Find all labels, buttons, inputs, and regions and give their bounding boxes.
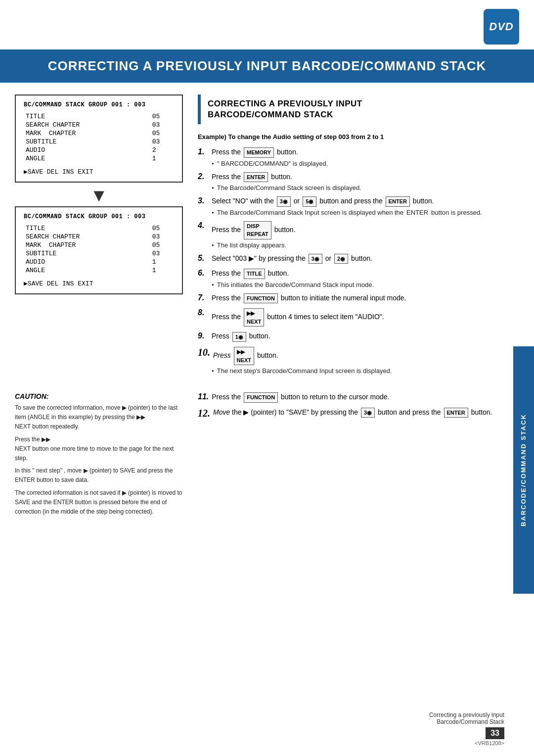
caution-para-2: Press the ▶▶NEXT button one more time to… bbox=[15, 435, 183, 464]
table-row: MARK CHAPTER 05 bbox=[24, 129, 174, 138]
table-row: SUBTITLE 03 bbox=[24, 138, 174, 146]
btn-2-down: 2◉ bbox=[334, 254, 348, 264]
caution-para-1: To save the corrected information, move … bbox=[15, 403, 183, 432]
table-row: TITLE 05 bbox=[24, 224, 174, 233]
step-3: 3. Select "NO" with the 3◉ or 5◉ button … bbox=[198, 196, 519, 216]
step-4-main: 4. Press the DISPREPEAT button. bbox=[198, 221, 519, 239]
step-8-num: 8. bbox=[198, 308, 209, 317]
step-12-main: 12. Move the ▶ (pointer) to "SAVE" by pr… bbox=[198, 408, 519, 419]
step-9-num: 9. bbox=[198, 331, 209, 340]
table-row: AUDIO 2 bbox=[24, 146, 174, 154]
table-row: SUBTITLE 03 bbox=[24, 249, 174, 258]
section-title: CORRECTING A PREVIOUSLY INPUT BARCODE/CO… bbox=[208, 98, 512, 120]
screen-box-1: BC/COMMAND STACK GROUP 001 : 003 TITLE 0… bbox=[15, 94, 183, 183]
step-9-text: Press 1◉ button. bbox=[212, 331, 519, 342]
step-2-text: Press the ENTER button. bbox=[212, 172, 519, 183]
table-row: ANGLE 1 bbox=[24, 266, 174, 275]
step-3-num: 3. bbox=[198, 196, 209, 205]
step-6-main: 6. Press the TITLE button. bbox=[198, 269, 519, 279]
main-title-bar: CORRECTING A PREVIOUSLY INPUT BARCODE/CO… bbox=[0, 49, 534, 83]
disp-button: DISPREPEAT bbox=[244, 221, 271, 239]
step-7-text: Press the FUNCTION button to initiate th… bbox=[212, 293, 519, 304]
step-2-main: 2. Press the ENTER button. bbox=[198, 172, 519, 183]
step-5-main: 5. Select "003 ▶" by pressing the 3◉ or … bbox=[198, 254, 519, 264]
btn-5-right: 5◉ bbox=[303, 196, 316, 207]
enter-btn-caution2: ENTER bbox=[53, 499, 74, 506]
step-2: 2. Press the ENTER button. The Barcode/C… bbox=[198, 172, 519, 192]
steps-list-bottom: 11. Press the FUNCTION button to return … bbox=[198, 392, 519, 419]
left-column: BC/COMMAND STACK GROUP 001 : 003 TITLE 0… bbox=[15, 94, 183, 379]
step-3-bullet: The Barcode/Command Stack Input screen i… bbox=[212, 209, 519, 216]
step-4: 4. Press the DISPREPEAT button. The list… bbox=[198, 221, 519, 249]
footer: Correcting a previously input Barcode/Co… bbox=[429, 711, 504, 746]
enter-button: ENTER bbox=[244, 172, 268, 183]
step-10: 10. Press ▶▶NEXT button. The next step's… bbox=[198, 347, 519, 375]
dvd-logo-text: DVD bbox=[489, 20, 513, 33]
example-note: Example) To change the Audio setting of … bbox=[198, 133, 519, 141]
function-button-7: FUNCTION bbox=[244, 293, 278, 304]
table-row: MARK CHAPTER 05 bbox=[24, 241, 174, 249]
step-11-text: Press the FUNCTION button to return to t… bbox=[212, 392, 519, 403]
content-area: BC/COMMAND STACK GROUP 001 : 003 TITLE 0… bbox=[0, 83, 534, 379]
step-1-main: 1. Press the MEMORY button. bbox=[198, 147, 519, 158]
table-row: AUDIO 1 bbox=[24, 258, 174, 266]
step-6-num: 6. bbox=[198, 269, 209, 278]
sidebar-vertical-text: BARCODE/COMMAND STACK bbox=[519, 414, 528, 526]
next-button-8: ▶▶NEXT bbox=[244, 308, 264, 327]
step-3-text: Select "NO" with the 3◉ or 5◉ button and… bbox=[212, 196, 519, 207]
caution-para-3: In this " next step" , move ▶ (pointer) … bbox=[15, 466, 183, 485]
step-10-num: 10. bbox=[198, 347, 210, 358]
step-3-main: 3. Select "NO" with the 3◉ or 5◉ button … bbox=[198, 196, 519, 207]
step-4-num: 4. bbox=[198, 221, 209, 230]
step-12: 12. Move the ▶ (pointer) to "SAVE" by pr… bbox=[198, 408, 519, 419]
step-1-bullet: " BARCODE/COMMAND" is displayed. bbox=[212, 160, 519, 167]
step-7-num: 7. bbox=[198, 293, 209, 302]
caution-box: CAUTION: To save the corrected informati… bbox=[15, 392, 183, 520]
step-1-num: 1. bbox=[198, 147, 209, 156]
table-row: TITLE 05 bbox=[24, 112, 174, 121]
btn-3-up: 3◉ bbox=[309, 254, 322, 264]
step-10-bullet: The next step's Barcode/Command Input sc… bbox=[212, 367, 519, 375]
step-8-text: Press the ▶▶NEXT button 4 times to selec… bbox=[212, 308, 519, 327]
enter-inline: ENTER bbox=[406, 209, 428, 216]
bottom-area: CAUTION: To save the corrected informati… bbox=[0, 384, 534, 529]
table-row: ANGLE 1 bbox=[24, 154, 174, 163]
right-bottom: 11. Press the FUNCTION button to return … bbox=[198, 392, 519, 520]
step-12-text: Move the ▶ (pointer) to "SAVE" by pressi… bbox=[213, 408, 519, 418]
main-title: CORRECTING A PREVIOUSLY INPUT BARCODE/CO… bbox=[20, 58, 514, 74]
step-10-main: 10. Press ▶▶NEXT button. bbox=[198, 347, 519, 365]
step-6: 6. Press the TITLE button. This initiate… bbox=[198, 269, 519, 288]
footer-model: <VRB1208> bbox=[429, 740, 504, 746]
step-2-num: 2. bbox=[198, 172, 209, 181]
btn-1-circle: 1◉ bbox=[232, 332, 246, 342]
screen2-table: TITLE 05 SEARCH CHAPTER 03 MARK CHAPTER … bbox=[24, 224, 174, 275]
down-arrow: ▼ bbox=[15, 187, 183, 204]
next-button-10: ▶▶NEXT bbox=[234, 347, 254, 365]
screen1-menu: ▶SAVE DEL INS EXIT bbox=[24, 168, 174, 176]
step-8: 8. Press the ▶▶NEXT button 4 times to se… bbox=[198, 308, 519, 327]
btn-3-left: 3◉ bbox=[277, 196, 291, 207]
next-btn-caution2: ▶▶NEXT bbox=[15, 436, 50, 452]
step-10-text: Press ▶▶NEXT button. bbox=[213, 347, 519, 365]
step-7: 7. Press the FUNCTION button to initiate… bbox=[198, 293, 519, 304]
step-1: 1. Press the MEMORY button. " BARCODE/CO… bbox=[198, 147, 519, 167]
step-2-bullet: The Barcode/Command Stack screen is disp… bbox=[212, 184, 519, 191]
sidebar-vertical: BARCODE/COMMAND STACK bbox=[513, 346, 534, 594]
function-button-11: FUNCTION bbox=[244, 392, 278, 403]
step-11: 11. Press the FUNCTION button to return … bbox=[198, 392, 519, 403]
footer-label2: Barcode/Command Stack bbox=[429, 718, 504, 725]
step-12-num: 12. bbox=[198, 408, 210, 419]
table-row: SEARCH CHAPTER 03 bbox=[24, 121, 174, 129]
title-button: TITLE bbox=[244, 269, 265, 279]
step-11-main: 11. Press the FUNCTION button to return … bbox=[198, 392, 519, 403]
enter-button-3: ENTER bbox=[386, 196, 410, 207]
right-column: CORRECTING A PREVIOUSLY INPUT BARCODE/CO… bbox=[198, 94, 519, 379]
enter-button-12: ENTER bbox=[444, 408, 468, 418]
enter-btn-caution: ENTER bbox=[15, 476, 35, 483]
step-11-num: 11. bbox=[198, 392, 209, 401]
step-4-bullet: The list display appears. bbox=[212, 241, 519, 249]
footer-label1: Correcting a previously input bbox=[429, 711, 504, 718]
step-6-bullet: This initiates the Barcode/Command Stack… bbox=[212, 281, 519, 288]
caution-title: CAUTION: bbox=[15, 392, 183, 400]
step-1-text: Press the MEMORY button. bbox=[212, 147, 519, 158]
